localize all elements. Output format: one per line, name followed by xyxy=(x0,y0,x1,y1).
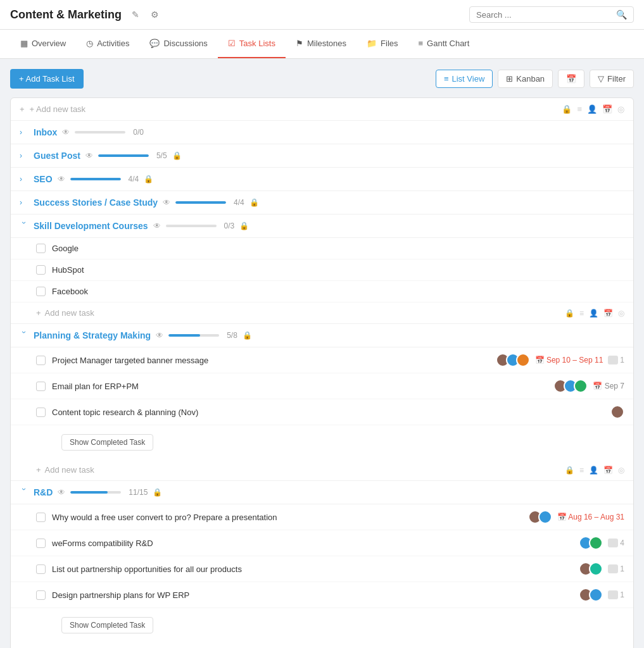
checkbox-content-topic[interactable] xyxy=(36,408,46,417)
add-task-list-button[interactable]: + Add Task List xyxy=(10,69,84,89)
activities-icon: ◷ xyxy=(86,39,93,48)
eye-skill-dev: 👁 xyxy=(153,221,161,230)
eye-seo: 👁 xyxy=(58,175,65,184)
eye-planning: 👁 xyxy=(156,331,163,340)
eye-success-stories: 👁 xyxy=(163,198,170,207)
rd-show-completed-button[interactable]: Show Completed Task xyxy=(61,617,153,633)
cal-action-icon2: 📅 xyxy=(603,309,613,318)
planning-title: Planning & Strategy Making xyxy=(34,330,151,340)
list-view-button[interactable]: ≡ List View xyxy=(436,70,493,88)
checkbox-partnership-design[interactable] xyxy=(36,590,46,600)
task-item-email-plan: Email plan for ERP+PM 📅 Sep 7 xyxy=(11,373,633,399)
checkbox-banner[interactable] xyxy=(36,356,46,365)
rd-show-completed-wrap: Show Completed Task xyxy=(11,608,633,642)
chevron-skill-dev[interactable]: › xyxy=(20,221,28,230)
tab-files[interactable]: 📁 Files xyxy=(357,30,408,58)
check-action-p: ◎ xyxy=(618,466,624,475)
tab-discussions[interactable]: 💬 Discussions xyxy=(139,30,217,58)
filter-button[interactable]: ▽ Filter xyxy=(590,70,634,88)
avatars-partnership-list xyxy=(579,562,603,576)
settings-button[interactable]: ⚙ xyxy=(147,7,162,22)
checkbox-email-plan[interactable] xyxy=(36,382,46,391)
task-name-google: Google xyxy=(52,244,624,253)
tab-bar: ▦ Overview ◷ Activities 💬 Discussions ☑ … xyxy=(0,30,644,59)
task-item-google: Google xyxy=(11,238,633,259)
tab-activities[interactable]: ◷ Activities xyxy=(76,30,139,58)
task-list-header-skill-dev[interactable]: › Skill Development Courses 👁 0/3 🔒 xyxy=(11,215,633,238)
kanban-icon: ⊞ xyxy=(506,74,513,84)
task-item-free-user: Why would a free user convert to pro? Pr… xyxy=(11,504,633,530)
checkbox-partnership-list[interactable] xyxy=(36,564,46,574)
lock-seo: 🔒 xyxy=(144,175,153,184)
avatar-wf2 xyxy=(589,536,603,550)
task-list-header-guest-post[interactable]: › Guest Post 👁 5/5 🔒 xyxy=(11,144,633,168)
search-input[interactable] xyxy=(476,10,616,20)
rd-add-task-row[interactable]: + Add new task 🔒 ≡ 👤 📅 ◎ xyxy=(11,642,633,648)
task-name-content-topic: Content topic research & planning (Nov) xyxy=(52,408,604,417)
avatars-content-topic xyxy=(610,405,624,419)
task-meta-free-user: 📅 Aug 16 – Aug 31 xyxy=(528,510,624,524)
tab-task-lists[interactable]: ☑ Task Lists xyxy=(218,30,286,58)
date-email-plan: 📅 Sep 7 xyxy=(593,382,624,390)
chevron-planning[interactable]: › xyxy=(20,331,28,340)
planning-show-completed-button[interactable]: Show Completed Task xyxy=(61,434,153,451)
task-list-header-inbox[interactable]: › Inbox 👁 0/0 xyxy=(11,121,633,144)
task-item-content-topic: Content topic research & planning (Nov) xyxy=(11,399,633,425)
task-item-partnership-design: Design partnership plans for WP ERP 1 xyxy=(11,582,633,608)
add-task-label: + Add new task xyxy=(30,104,86,114)
toolbar: + Add Task List ≡ List View ⊞ Kanban 📅 ▽… xyxy=(10,69,634,89)
lock-skill-dev: 🔒 xyxy=(239,221,249,230)
task-name-banner: Project Manager targeted banner message xyxy=(52,356,489,365)
edit-title-button[interactable]: ✎ xyxy=(128,7,143,22)
planning-add-task-row[interactable]: + Add new task 🔒 ≡ 👤 📅 ◎ xyxy=(11,459,633,481)
task-name-partnership-list: List out partnership opportunities for a… xyxy=(52,564,572,574)
checkbox-hubspot[interactable] xyxy=(36,265,46,275)
chevron-seo[interactable]: › xyxy=(20,175,28,184)
avatar-fu2 xyxy=(538,510,552,524)
kanban-button[interactable]: ⊞ Kanban xyxy=(498,70,553,88)
task-container: + + Add new task 🔒 ≡ 👤 📅 ◎ › Inbox 👁 0/0… xyxy=(10,97,634,648)
task-name-email-plan: Email plan for ERP+PM xyxy=(52,382,547,391)
comment-bubble-weforms xyxy=(608,539,618,547)
chevron-success-stories[interactable]: › xyxy=(20,198,28,207)
cal-action-p: 📅 xyxy=(603,466,613,475)
planning-progress-text: 5/8 xyxy=(227,331,237,340)
eye-rd: 👁 xyxy=(58,488,65,497)
tab-gantt-chart[interactable]: ≡ Gantt Chart xyxy=(408,30,480,58)
global-add-task-row[interactable]: + + Add new task 🔒 ≡ 👤 📅 ◎ xyxy=(11,98,633,121)
app-title: Content & Marketing xyxy=(10,8,122,22)
task-meta-banner: 📅 Sep 10 – Sep 11 1 xyxy=(496,353,624,367)
seo-progress-bar xyxy=(70,178,121,180)
add-task-row-actions: 🔒 ≡ 👤 📅 ◎ xyxy=(562,104,624,114)
comments-weforms: 4 xyxy=(608,539,624,547)
checkbox-facebook[interactable] xyxy=(36,287,46,296)
skill-dev-title: Skill Development Courses xyxy=(34,221,148,231)
list-view-icon: ≡ xyxy=(444,74,449,84)
task-name-partnership-design: Design partnership plans for WP ERP xyxy=(52,590,572,600)
tab-overview[interactable]: ▦ Overview xyxy=(10,30,76,58)
checkbox-free-user[interactable] xyxy=(36,513,46,522)
task-list-header-seo[interactable]: › SEO 👁 4/4 🔒 xyxy=(11,168,633,191)
task-meta-email-plan: 📅 Sep 7 xyxy=(553,379,624,393)
header-actions: ✎ ⚙ xyxy=(128,7,162,22)
chevron-inbox[interactable]: › xyxy=(20,128,28,137)
calendar-button[interactable]: 📅 xyxy=(558,70,584,88)
check-action-icon: ◎ xyxy=(617,104,624,114)
task-list-header-planning[interactable]: › Planning & Strategy Making 👁 5/8 🔒 xyxy=(11,324,633,347)
checkbox-weforms[interactable] xyxy=(36,539,46,548)
view-controls: ≡ List View ⊞ Kanban 📅 ▽ Filter xyxy=(436,70,634,88)
gantt-icon: ≡ xyxy=(419,39,424,48)
chevron-guest-post[interactable]: › xyxy=(20,151,28,160)
task-list-header-rd[interactable]: › R&D 👁 11/15 🔒 xyxy=(11,481,633,504)
checkbox-google[interactable] xyxy=(36,244,46,253)
skill-dev-add-task-row[interactable]: + Add new task 🔒 ≡ 👤 📅 ◎ xyxy=(11,302,633,324)
avatars-partnership-design xyxy=(579,588,603,602)
avatar-ep3 xyxy=(574,379,588,393)
task-name-weforms: weForms compatibility R&D xyxy=(52,539,572,548)
discussions-icon: 💬 xyxy=(149,39,160,48)
tab-milestones[interactable]: ⚑ Milestones xyxy=(286,30,357,58)
chevron-rd[interactable]: › xyxy=(20,488,28,497)
task-list-header-success-stories[interactable]: › Success Stories / Case Study 👁 4/4 🔒 xyxy=(11,191,633,215)
avatars-banner xyxy=(496,353,530,367)
skill-dev-add-actions: 🔒 ≡ 👤 📅 ◎ xyxy=(565,309,624,318)
